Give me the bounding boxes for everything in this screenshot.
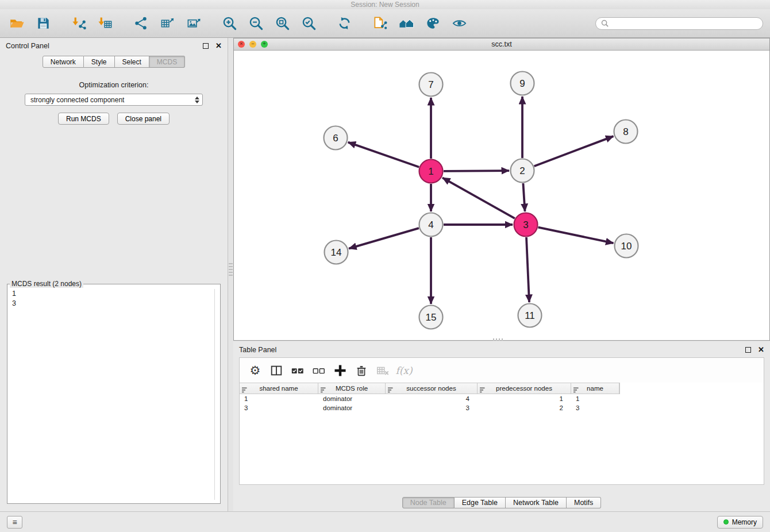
zoom-fit-icon <box>275 16 290 31</box>
mcds-result-item[interactable]: 1 <box>12 289 215 299</box>
column-header-predecessor-nodes[interactable]: predecessor nodes <box>478 383 571 394</box>
tab-edge-table[interactable]: Edge Table <box>455 497 506 508</box>
tab-select[interactable]: Select <box>115 56 149 68</box>
tab-network[interactable]: Network <box>43 56 84 68</box>
control-panel-header: Control Panel ✕ <box>0 38 228 53</box>
mcds-result-title: MCDS result (2 nodes) <box>10 280 83 288</box>
graph-edge-1-6[interactable] <box>348 142 419 167</box>
float-table-panel-icon[interactable] <box>745 347 751 353</box>
export-table-button[interactable] <box>157 14 177 33</box>
style-button[interactable] <box>423 14 442 33</box>
column-header-name[interactable]: name <box>571 383 619 394</box>
zoom-selected-button[interactable] <box>299 14 318 33</box>
close-panel-button[interactable]: Close panel <box>117 113 170 125</box>
graph-node-15[interactable]: 15 <box>419 306 443 329</box>
graph-edge-2-8[interactable] <box>534 136 614 166</box>
result-scrollbar-track[interactable] <box>214 289 215 500</box>
svg-text:1: 1 <box>428 166 433 177</box>
graph-node-10[interactable]: 10 <box>615 234 638 258</box>
column-sort-icon <box>242 385 248 396</box>
graph-edge-4-14[interactable] <box>349 228 419 249</box>
column-header-label: shared name <box>259 383 298 394</box>
column-header-shared-name[interactable]: shared name <box>240 383 318 394</box>
tab-node-table[interactable]: Node Table <box>402 497 455 508</box>
control-panel: Control Panel ✕ Network Style Select MCD… <box>0 38 228 511</box>
column-header-label: predecessor nodes <box>496 383 552 394</box>
column-sort-icon <box>321 385 326 396</box>
graph-node-4[interactable]: 4 <box>419 213 443 237</box>
graph-node-11[interactable]: 11 <box>518 304 542 327</box>
mcds-result-item[interactable]: 3 <box>12 299 215 309</box>
table-row[interactable]: 3dominator323 <box>240 403 764 413</box>
function-builder-button[interactable]: f(x) <box>395 362 413 379</box>
zoom-out-button[interactable] <box>246 14 265 33</box>
import-table-button[interactable] <box>95 14 115 33</box>
table-options-button[interactable]: ⚙ <box>247 362 264 379</box>
save-session-button[interactable] <box>33 14 53 33</box>
create-column-button[interactable] <box>332 362 349 379</box>
graph-node-3[interactable]: 3 <box>514 213 538 237</box>
select-all-button[interactable] <box>289 362 306 379</box>
graph-node-9[interactable]: 9 <box>511 72 534 95</box>
network-graph-canvas[interactable]: 7968124314101511 <box>234 51 769 340</box>
column-header-MCDS-role[interactable]: MCDS role <box>318 383 386 394</box>
float-panel-icon[interactable] <box>203 43 209 49</box>
graph-node-6[interactable]: 6 <box>324 126 348 150</box>
cell-successor_nodes: 3 <box>386 403 478 413</box>
graph-edge-3-11[interactable] <box>526 237 529 302</box>
close-control-panel-icon[interactable]: ✕ <box>215 41 222 50</box>
graph-node-8[interactable]: 8 <box>614 120 638 144</box>
tab-style[interactable]: Style <box>84 56 115 68</box>
graph-node-14[interactable]: 14 <box>325 241 348 264</box>
home-button[interactable] <box>396 14 416 33</box>
import-group <box>69 14 115 33</box>
delete-table-icon <box>376 364 390 377</box>
graph-node-2[interactable]: 2 <box>511 159 534 183</box>
column-header-successor-nodes[interactable]: successor nodes <box>386 383 478 394</box>
delete-table-button[interactable] <box>374 362 391 379</box>
search-input[interactable] <box>612 20 757 28</box>
search-icon <box>601 20 609 27</box>
import-cloud-button[interactable] <box>370 14 390 33</box>
trash-icon <box>355 364 368 377</box>
svg-text:7: 7 <box>428 79 433 90</box>
memory-status-dot-icon <box>723 519 729 525</box>
column-header-label: successor nodes <box>406 383 456 394</box>
import-network-button[interactable] <box>69 14 88 33</box>
panel-menu-button[interactable]: ≡ <box>7 516 22 529</box>
svg-text:3: 3 <box>523 219 528 230</box>
zoom-selected-icon <box>301 16 317 31</box>
table-row[interactable]: 1dominator411 <box>240 394 764 403</box>
tab-network-table[interactable]: Network Table <box>506 497 567 508</box>
zoom-fit-button[interactable] <box>272 14 292 33</box>
mcds-result-list[interactable]: 13 <box>7 288 220 503</box>
graph-edge-2-3[interactable] <box>523 183 525 211</box>
zoom-in-icon <box>222 16 237 31</box>
delete-columns-button[interactable] <box>353 362 370 379</box>
graph-node-7[interactable]: 7 <box>419 73 443 97</box>
show-details-button[interactable] <box>449 14 469 33</box>
open-session-button[interactable] <box>7 14 26 33</box>
refresh-view-button[interactable] <box>334 14 354 33</box>
mcds-buttons-row: Run MCDS Close panel <box>0 113 228 125</box>
export-image-button[interactable] <box>184 14 203 33</box>
optimization-criterion-select[interactable]: strongly connected component <box>25 94 203 106</box>
select-all-icon <box>291 364 305 377</box>
tab-motifs[interactable]: Motifs <box>567 497 601 508</box>
search-box[interactable] <box>595 17 763 30</box>
show-columns-button[interactable] <box>268 362 285 379</box>
control-panel-tabs: Network Style Select MCDS <box>0 56 228 68</box>
network-share-button[interactable] <box>131 14 151 33</box>
deselect-all-button[interactable] <box>310 362 328 379</box>
vertical-splitter-handle[interactable] <box>229 263 233 276</box>
graph-edge-1-2[interactable] <box>444 171 509 171</box>
zoom-in-button[interactable] <box>220 14 239 33</box>
graph-edge-3-10[interactable] <box>538 228 614 244</box>
graph-node-1[interactable]: 1 <box>419 160 443 183</box>
horizontal-splitter-handle[interactable] <box>493 338 503 341</box>
tab-mcds[interactable]: MCDS <box>149 56 185 68</box>
graph-edge-3-1[interactable] <box>442 178 515 218</box>
run-mcds-button[interactable]: Run MCDS <box>58 113 109 125</box>
memory-button[interactable]: Memory <box>717 516 763 529</box>
close-table-panel-icon[interactable]: ✕ <box>758 345 764 354</box>
